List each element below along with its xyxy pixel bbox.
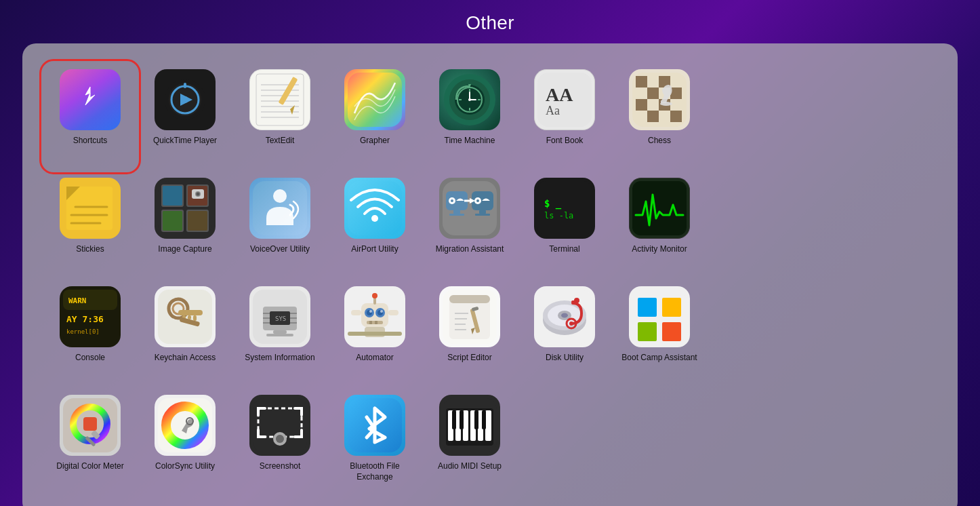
grapher-label: Grapher (360, 136, 390, 147)
svg-rect-40 (636, 99, 647, 111)
svg-rect-120 (369, 321, 372, 324)
svg-rect-173 (485, 410, 491, 441)
app-diskutility[interactable]: Disk Utility (517, 279, 612, 388)
svg-rect-85 (632, 181, 687, 235)
shortcuts-label: Shortcuts (73, 136, 108, 147)
page-title: Other (466, 12, 514, 34)
svg-point-145 (569, 322, 573, 326)
app-colorpicker[interactable]: Digital Color Meter (43, 388, 138, 497)
svg-rect-61 (163, 211, 182, 231)
svg-rect-41 (647, 99, 659, 111)
app-activitymonitor[interactable]: Activity Monitor (612, 171, 707, 279)
app-scripteditor[interactable]: Script Editor (422, 279, 517, 388)
app-audiomidi[interactable]: Audio MIDI Setup (422, 388, 517, 497)
voiceover-icon (249, 178, 310, 239)
app-fontbook[interactable]: AA Aa Font Book (517, 62, 612, 171)
app-airport[interactable]: AirPort Utility (327, 171, 422, 279)
app-quicktime[interactable]: QuickTime Player (138, 62, 232, 171)
svg-rect-174 (452, 410, 456, 429)
stickies-icon (60, 178, 121, 239)
app-imagecapture[interactable]: Image Capture (138, 171, 232, 279)
svg-rect-33 (647, 76, 659, 87)
svg-rect-110 (266, 334, 293, 336)
svg-rect-35 (670, 76, 682, 87)
svg-rect-39 (670, 87, 682, 99)
app-textedit[interactable]: TextEdit (232, 62, 327, 171)
screenshot-label: Screenshot (260, 461, 301, 472)
app-bootcamp[interactable]: Boot Camp Assistant (612, 279, 707, 388)
chess-label: Chess (648, 136, 671, 147)
bootcamp-label: Boot Camp Assistant (621, 353, 697, 364)
app-grid: Shortcuts QuickTime Player (22, 43, 958, 506)
keychain-label: Keychain Access (155, 353, 216, 364)
imagecapture-label: Image Capture (158, 244, 211, 255)
svg-rect-37 (647, 87, 659, 99)
svg-rect-152 (662, 322, 681, 341)
svg-rect-149 (638, 298, 657, 317)
migration-label: Migration Assistant (436, 244, 504, 255)
svg-point-65 (197, 193, 200, 196)
fontbook-icon: AA Aa (534, 69, 595, 130)
svg-rect-94 (178, 310, 203, 315)
svg-rect-79 (449, 214, 464, 216)
svg-rect-62 (188, 211, 207, 231)
scripteditor-label: Script Editor (447, 353, 491, 364)
grapher-icon (344, 69, 405, 130)
app-chess[interactable]: Chess (612, 62, 707, 171)
app-terminal[interactable]: $ _ ls -la Terminal (517, 171, 612, 279)
app-shortcuts[interactable]: Shortcuts (43, 62, 138, 171)
svg-point-164 (276, 435, 284, 443)
svg-text:kernel[0]: kernel[0] (66, 328, 100, 335)
quicktime-label: QuickTime Player (153, 136, 217, 147)
app-sysinfo[interactable]: SYS System Information (232, 279, 327, 388)
stickies-label: Stickies (76, 244, 104, 255)
app-automator[interactable]: Automator (327, 279, 422, 388)
svg-text:$ _: $ _ (544, 198, 562, 210)
diskutility-label: Disk Utility (546, 353, 584, 364)
svg-text:WARN: WARN (68, 296, 87, 305)
bluetooth-label: Bluetooth File Exchange (334, 461, 415, 482)
svg-point-26 (468, 98, 471, 101)
svg-rect-127 (348, 332, 402, 336)
svg-rect-78 (453, 210, 460, 214)
svg-text:ls -la: ls -la (544, 211, 573, 220)
svg-text:SYS: SYS (275, 315, 286, 322)
app-screenshot[interactable]: Screenshot (232, 388, 327, 497)
app-stickies[interactable]: Stickies (43, 171, 138, 279)
airport-icon (344, 178, 405, 239)
svg-rect-151 (638, 322, 657, 341)
svg-rect-46 (659, 111, 670, 122)
terminal-icon: $ _ ls -la (534, 178, 595, 239)
svg-point-76 (476, 199, 479, 202)
svg-rect-45 (647, 111, 659, 122)
svg-text:AA: AA (546, 84, 573, 105)
shortcuts-icon (60, 69, 121, 130)
sysinfo-label: System Information (245, 353, 314, 364)
app-bluetooth[interactable]: Bluetooth File Exchange (327, 388, 422, 497)
svg-point-67 (273, 189, 287, 203)
app-colorsyncu[interactable]: ColorSync Utility (138, 388, 232, 497)
bootcamp-icon (629, 286, 690, 347)
app-migration[interactable]: Migration Assistant (422, 171, 517, 279)
svg-rect-43 (670, 99, 682, 111)
timemachine-icon (439, 69, 500, 130)
colorpicker-icon (60, 395, 121, 456)
activitymonitor-label: Activity Monitor (632, 244, 687, 255)
quicktime-icon (155, 69, 216, 130)
console-label: Console (75, 353, 105, 364)
svg-rect-109 (273, 330, 287, 334)
app-timemachine[interactable]: Time Machine (422, 62, 517, 171)
app-voiceover[interactable]: VoiceOver Utility (232, 171, 327, 279)
imagecapture-icon (155, 178, 216, 239)
svg-rect-130 (449, 295, 490, 303)
svg-rect-176 (474, 410, 478, 429)
app-console[interactable]: WARN AY 7:36 kernel[0] Console (43, 279, 138, 388)
app-keychain[interactable]: Keychain Access (138, 279, 232, 388)
textedit-label: TextEdit (266, 136, 295, 147)
console-icon: WARN AY 7:36 kernel[0] (60, 286, 121, 347)
svg-rect-125 (388, 310, 399, 315)
svg-point-143 (561, 313, 568, 318)
app-grapher[interactable]: Grapher (327, 62, 422, 171)
svg-rect-36 (636, 87, 647, 99)
svg-point-48 (660, 102, 672, 106)
